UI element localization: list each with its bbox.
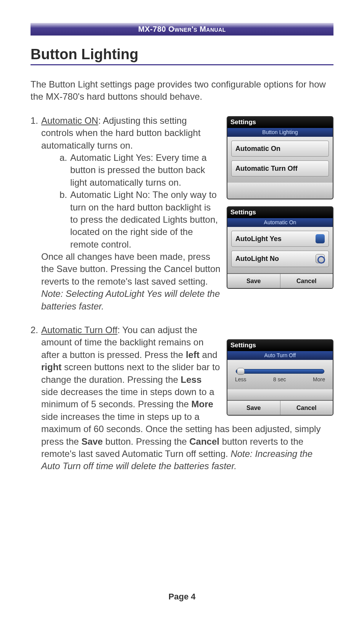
page-number: Page 4 [169,592,196,601]
list-item-1: 1. Settings Button Lighting Automatic On… [31,115,333,313]
list-item-2: 2. Settings Auto Turn Off Less 8 sec Mor… [31,324,333,473]
cancel-button[interactable]: Cancel [280,401,333,415]
sub-item-b: b. Automatic Light No: The only way to t… [70,189,333,251]
sub-b-text: Automatic Light No: The only way to turn… [70,189,218,249]
item2-heading: Automatic Turn Off [41,325,118,335]
row-label: AutoLight No [235,254,279,263]
item1-note: Note: Selecting AutoLight Yes will delet… [41,288,220,311]
page-footer: Page 4 [0,592,364,602]
item1-tail: Once all changes have been made, press t… [41,251,221,287]
sub-item-a: a. Automatic Light Yes: Every time a but… [70,152,333,189]
sub-letter-b: b. [60,189,67,201]
save-label: Save [246,405,261,411]
save-button[interactable]: Save [227,401,280,415]
duration-value: 8 sec [273,376,286,383]
more-label[interactable]: More [313,376,325,383]
bold-save: Save [81,436,103,447]
item-number: 2. [31,324,38,336]
sub-a-text: Automatic Light Yes: Every time a button… [70,152,207,188]
empty-area [227,389,333,400]
bold-less: Less [181,374,202,385]
t: side decreases the time in steps down to… [41,387,214,409]
bold-more: More [192,399,213,409]
less-label[interactable]: Less [235,376,246,383]
screenshot-auto-turn-off: Settings Auto Turn Off Less 8 sec More [227,339,333,416]
manual-header: MX-780 Owner's Manual [31,23,333,36]
sub-letter-a: a. [60,152,67,164]
duration-slider[interactable] [236,369,324,374]
slider-thumb-icon[interactable] [237,368,245,375]
cancel-button[interactable]: Cancel [280,274,333,288]
cancel-label: Cancel [296,278,316,284]
t: and [200,350,217,360]
bold-right: right [41,362,61,372]
t: button. Pressing the [103,436,189,447]
section-title: Button Lighting [31,46,333,65]
sc-subtitle: Button Lighting [227,128,333,137]
manual-title: MX-780 Owner's Manual [138,25,226,33]
cancel-label: Cancel [296,405,316,411]
sc-subtitle: Auto Turn Off [227,351,333,360]
save-label: Save [246,278,261,284]
sc-title: Settings [227,340,333,351]
bold-cancel: Cancel [189,436,219,447]
save-button[interactable]: Save [227,274,280,288]
sc-title: Settings [227,117,333,128]
bold-left: left [186,350,200,360]
intro-paragraph: The Button Light settings page provides … [31,78,333,103]
screenshot-stack-2: Settings Auto Turn Off Less 8 sec More [227,339,333,423]
item1-heading: Automatic ON [41,115,98,126]
item-number: 1. [31,115,38,127]
radio-unselected-icon [316,254,325,263]
row-autolight-no[interactable]: AutoLight No [231,251,329,267]
